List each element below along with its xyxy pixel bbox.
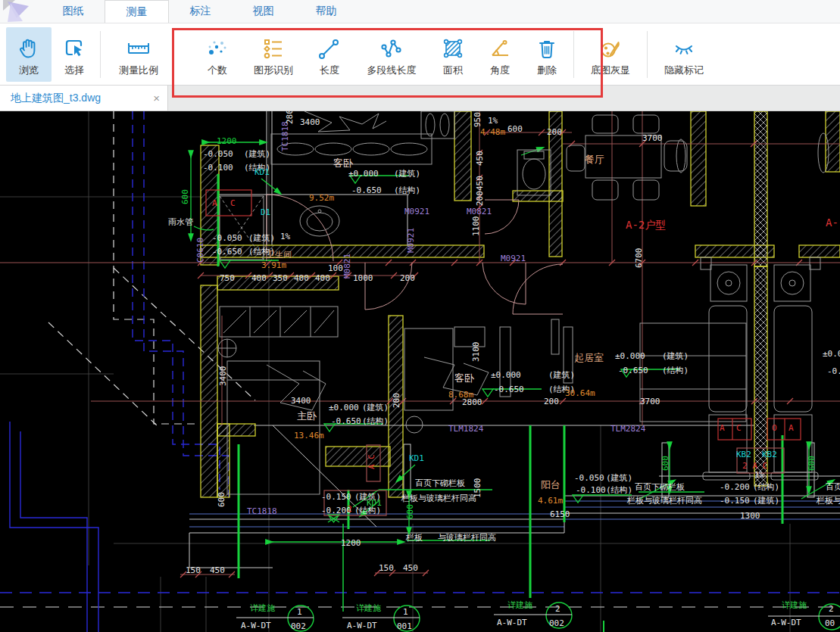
cad-text: 1% [754, 470, 765, 480]
polyline-icon [379, 31, 404, 61]
cad-text: (建筑) [662, 351, 689, 361]
cad-text: 9.52m [309, 193, 334, 203]
cad-text: 6700 [634, 248, 644, 269]
callout-dividers [236, 615, 840, 618]
cad-text: (结构) [662, 366, 689, 375]
close-icon[interactable]: × [153, 92, 160, 104]
cad-text: 600 [180, 189, 190, 204]
angle-icon [487, 31, 513, 61]
cad-text: 002 [291, 621, 306, 631]
cad-text: A-2户型 [626, 219, 666, 231]
cad-text: 栏板 [405, 533, 423, 543]
red-marks [206, 190, 801, 515]
cad-text: 3.91m [261, 260, 286, 270]
cad-text: 001 [397, 621, 412, 631]
hide-marks-label: 隐藏标记 [664, 64, 704, 77]
cad-text: 002 [549, 618, 564, 628]
cad-text: A-W-DT [771, 618, 801, 627]
cad-text: 1% [488, 116, 498, 126]
cad-text: 200 [547, 127, 562, 137]
cad-floorplan[interactable]: 1200-0.050(建筑)-0.100(结构)600AC雨水管C0610KD1… [0, 111, 840, 632]
ribbon-tab-drawing[interactable]: 图纸 [42, 0, 105, 23]
cad-text: 3400 [291, 396, 311, 406]
cad-text: -0.050 [212, 233, 242, 243]
cad-text: 600 [405, 504, 415, 519]
cad-text: 1300 [740, 511, 760, 521]
cad-text: -0.050 [203, 149, 233, 159]
cad-text: 450 [475, 176, 485, 191]
length-label: 长度 [320, 64, 339, 77]
count-button[interactable]: 个数 [193, 27, 242, 82]
cad-text: 150 [379, 563, 394, 573]
palette-brush-icon [598, 31, 623, 61]
cad-text: 600 [507, 124, 523, 134]
cad-text: -0.650 [618, 366, 648, 375]
drawing-canvas[interactable]: 1200-0.050(建筑)-0.100(结构)600AC雨水管C0610KD1… [0, 111, 840, 632]
ribbon-tab-annotate[interactable]: 标注 [169, 0, 232, 23]
cad-text: 阳台 [541, 479, 561, 490]
cad-text: O [772, 423, 777, 433]
area-button[interactable]: 面积 [429, 27, 476, 82]
cad-text: (建筑) [244, 149, 270, 159]
cad-text: 与玻璃栏杆同高 [438, 533, 496, 543]
toolbar-separator [573, 31, 574, 78]
count-dots-icon [205, 31, 230, 61]
cad-text: KD1 [409, 453, 424, 463]
cad-text: KD1 [367, 498, 382, 508]
cad-text: A C [367, 454, 376, 469]
cad-text: 3100 [471, 342, 481, 363]
cad-text: 200 [475, 191, 485, 206]
ruler-icon [126, 31, 151, 61]
cad-text: 350 [273, 273, 288, 283]
cad-text: 1100 [471, 216, 481, 237]
measure-scale-button[interactable]: 测量比例 [104, 27, 173, 82]
cad-text: -0.100 [576, 485, 606, 495]
browse-button[interactable]: 浏览 [6, 27, 52, 82]
hide-marks-button[interactable]: 隐藏标记 [651, 27, 717, 82]
cad-text: 2800 [462, 397, 482, 407]
cad-text: A-W-DT [241, 621, 271, 630]
length-button[interactable]: 长度 [305, 27, 354, 82]
document-tab[interactable]: 地上建筑图_t3.dwg × [0, 86, 168, 111]
cad-text: 100 [328, 263, 343, 273]
select-button[interactable]: 选择 [52, 27, 97, 82]
shape-recognition-button[interactable]: 图形识别 [242, 27, 305, 82]
shape-recognition-label: 图形识别 [254, 64, 293, 77]
delete-label: 删除 [537, 64, 557, 77]
polyline-length-label: 多段线长度 [367, 64, 417, 77]
count-label: 个数 [208, 64, 227, 77]
angle-button[interactable]: 角度 [476, 27, 523, 82]
cad-text: C0610 [195, 238, 205, 263]
delete-button[interactable]: 删除 [523, 27, 570, 82]
polyline-length-button[interactable]: 多段线长度 [354, 27, 429, 82]
ribbon-tab-view[interactable]: 视图 [232, 0, 295, 23]
cad-text: A [788, 423, 794, 433]
cad-text: 400 [294, 273, 309, 283]
cad-text: 30.64m [565, 388, 595, 398]
cad-text: C [736, 423, 742, 433]
cad-text: 客卧 [454, 372, 475, 384]
cad-text: (结构) [362, 416, 389, 426]
cad-text: ±0.0 [823, 349, 840, 359]
cad-text: ±0.000 [329, 403, 359, 413]
cad-text: 1200 [341, 538, 361, 548]
toolbar-separator [100, 31, 101, 78]
cad-text: -0.650 [212, 247, 242, 257]
cad-text: (建筑) [606, 473, 632, 483]
basemap-gray-button[interactable]: 底图灰显 [577, 27, 644, 82]
cad-text: 餐厅 [585, 154, 604, 165]
cad-text: A-W-DT [497, 618, 527, 627]
cad-text: -0.150 [321, 492, 351, 502]
cad-text: 3700 [642, 133, 663, 143]
ribbon-tab-measure[interactable]: 测量 [105, 0, 169, 23]
cad-text: 主卧 [297, 410, 317, 422]
cad-text: -0.050 [574, 473, 604, 483]
cad-text: A-W-DT [347, 621, 377, 630]
ribbon-tab-help[interactable]: 帮助 [295, 0, 358, 23]
cad-text: 栏板与玻璃 [816, 496, 840, 506]
measure-toolbar: 浏览 选择 测量比例 [0, 23, 840, 86]
ribbon-tabs: 图纸 测量 标注 视图 帮助 [0, 0, 840, 23]
cad-text: 详建施 [507, 600, 532, 610]
cad-text: -0.650 [331, 416, 361, 426]
shape-list-icon [261, 31, 286, 61]
